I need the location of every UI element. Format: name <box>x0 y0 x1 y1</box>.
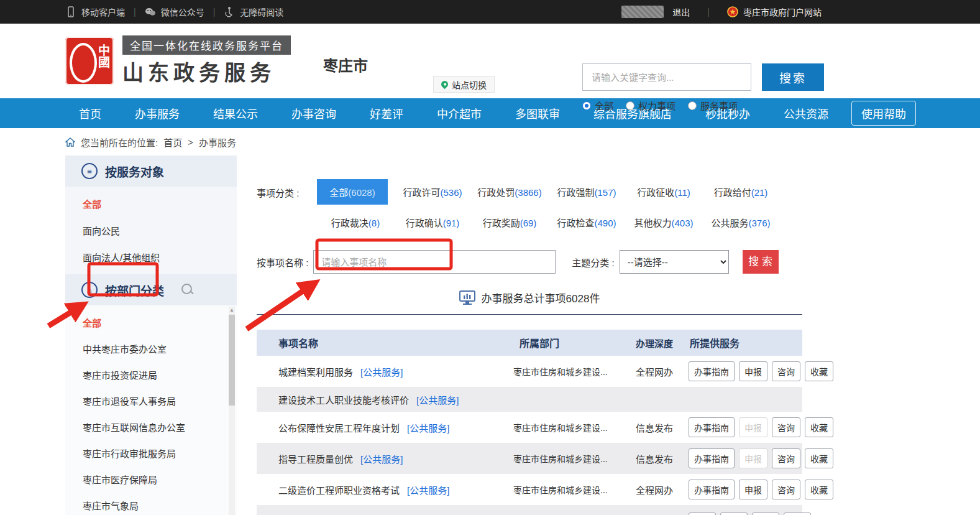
service-tag-link[interactable]: [公共服务] <box>360 365 403 378</box>
service-name[interactable]: 二级造价工程师职业资格考试 <box>278 483 400 496</box>
service-name[interactable]: 公布保障性安居工程年度计划 <box>278 421 400 434</box>
service-name[interactable]: 建设技术工人职业技能考核评价 <box>278 393 409 406</box>
object-item-legal-person[interactable]: 面向法人/其他组织 <box>65 244 237 271</box>
nav-services[interactable]: 办事服务 <box>118 105 196 121</box>
service-tag-link[interactable]: [公共服务] <box>360 452 403 465</box>
chip-count: (536) <box>440 187 462 198</box>
favorite-button[interactable]: 收藏 <box>805 417 833 437</box>
dept-item[interactable]: 枣庄市互联网信息办公室 <box>65 414 237 440</box>
category-chip[interactable]: 行政给付(21) <box>702 179 779 205</box>
service-depth: 信息发布 <box>626 421 682 434</box>
dept-item-all[interactable]: 全部 <box>65 309 237 335</box>
apply-button[interactable]: 申报 <box>739 480 767 499</box>
chip-count: (11) <box>674 187 690 198</box>
consult-button[interactable]: 咨询 <box>772 361 800 381</box>
chip-name: 行政强制 <box>557 187 594 198</box>
scrollbar-up-arrow[interactable]: ▲ <box>229 307 235 313</box>
nav-help-button[interactable]: 使用帮助 <box>851 101 916 126</box>
service-tag-link[interactable]: [公共服务] <box>407 483 449 496</box>
wechat-link[interactable]: 微信公众号 <box>145 6 204 18</box>
guide-button[interactable] <box>689 513 716 515</box>
category-chip[interactable]: 公共服务(376) <box>702 210 779 235</box>
category-chip[interactable]: 行政许可(536) <box>394 179 471 205</box>
dept-item[interactable]: 枣庄市退役军人事务局 <box>65 387 237 414</box>
favorite-button[interactable]: 收藏 <box>805 480 833 499</box>
dept-item[interactable]: 枣庄市行政审批服务局 <box>65 440 237 466</box>
apply-button[interactable]: 申报 <box>739 361 767 381</box>
item-name-input[interactable] <box>313 250 556 274</box>
nav-public-resources[interactable]: 公共资源 <box>767 105 845 121</box>
portal-link[interactable]: 枣庄市政府门户网站 <box>727 6 822 18</box>
guide-button[interactable]: 办事指南 <box>689 361 735 381</box>
service-depth: 信息发布 <box>626 452 682 465</box>
object-item-citizen[interactable]: 面向公民 <box>65 217 237 244</box>
dept-item[interactable]: 枣庄市气象局 <box>65 492 237 515</box>
main-panel: 事项分类 : 全部(6028) 行政许可(536) 行政处罚(3866) 行政强… <box>257 155 802 515</box>
category-chip[interactable]: 行政确认(91) <box>394 210 471 235</box>
item-search-button[interactable]: 搜 索 <box>743 250 779 274</box>
category-chip[interactable]: 行政强制(157) <box>548 179 625 205</box>
list-icon: ≡ <box>81 163 98 179</box>
service-object-header[interactable]: ≡ 按服务对象 <box>65 155 237 187</box>
chip-count: (157) <box>594 187 616 198</box>
col-header-dept: 所属部门 <box>508 335 626 350</box>
category-chip[interactable]: 行政处罚(3866) <box>471 179 548 205</box>
favorite-button[interactable]: 收藏 <box>805 448 833 468</box>
service-tag-link[interactable]: [公共服务] <box>416 393 459 406</box>
col-header-services: 所提供服务 <box>682 335 802 350</box>
radio-service-items[interactable]: 服务事项 <box>688 99 738 112</box>
search-icon[interactable] <box>181 284 194 296</box>
service-dept: 枣庄市住房和城乡建设... <box>508 421 626 434</box>
header-search-button[interactable]: 搜索 <box>762 63 824 91</box>
service-tag-link[interactable]: [公共服务] <box>407 421 449 434</box>
nav-home[interactable]: 首页 <box>62 105 118 121</box>
favorite-button[interactable] <box>784 513 811 515</box>
guide-button[interactable]: 办事指南 <box>689 480 735 499</box>
service-name[interactable]: 指导工程质量创优 <box>278 452 353 465</box>
radio-power-items[interactable]: 权力事项 <box>626 99 675 112</box>
mobile-app-link[interactable]: 移动客户端 <box>65 6 125 18</box>
category-chip[interactable]: 行政检查(490) <box>548 210 625 235</box>
dept-item[interactable]: 中共枣庄市委办公室 <box>65 335 237 361</box>
category-chip[interactable]: 行政裁决(8) <box>317 210 394 235</box>
apply-button[interactable] <box>720 513 748 515</box>
object-item-all[interactable]: 全部 <box>65 190 237 217</box>
dept-item[interactable]: 枣庄市投资促进局 <box>65 361 237 387</box>
consult-button[interactable]: 咨询 <box>772 417 800 437</box>
logout-link[interactable]: 退出 <box>672 6 690 18</box>
header-search-input[interactable] <box>582 63 751 91</box>
category-chip[interactable]: 行政奖励(69) <box>471 210 548 235</box>
breadcrumb-home[interactable]: 首页 <box>163 136 182 149</box>
department-header[interactable]: ⌂ 按部门分类 <box>65 274 237 305</box>
services-table: 事项名称 所属部门 办理深度 所提供服务 城建档案利用服务 [公共服务] 枣庄市… <box>257 330 802 515</box>
consult-button[interactable] <box>752 513 779 515</box>
accessibility-link[interactable]: 无障碍阅读 <box>224 6 283 18</box>
service-object-list: 全部 面向公民 面向法人/其他组织 <box>65 187 237 274</box>
nav-rating[interactable]: 好差评 <box>353 105 420 121</box>
chip-count: (69) <box>520 218 537 228</box>
chip-name: 行政给付 <box>714 187 751 198</box>
chip-name: 全部 <box>329 187 348 198</box>
category-row-1: 全部(6028) 行政许可(536) 行政处罚(3866) 行政强制(157) … <box>317 179 779 205</box>
radio-all[interactable]: 全部 <box>582 99 613 112</box>
dept-item[interactable]: 枣庄市医疗保障局 <box>65 466 237 492</box>
category-chip[interactable]: 其他权力(403) <box>625 210 702 235</box>
category-chip-all[interactable]: 全部(6028) <box>317 179 388 205</box>
mobile-phone-icon <box>65 6 76 17</box>
topic-select[interactable]: --请选择-- <box>620 250 729 274</box>
category-chip[interactable]: 行政征收(11) <box>625 179 702 205</box>
building-icon: ⌂ <box>81 282 98 298</box>
guide-button[interactable]: 办事指南 <box>689 417 735 437</box>
guide-button[interactable]: 办事指南 <box>689 448 735 468</box>
favorite-button[interactable]: 收藏 <box>805 361 833 381</box>
consult-button[interactable]: 咨询 <box>772 448 800 468</box>
stats-total-text: 办事服务总计事项6028件 <box>482 290 600 305</box>
nav-intermediary[interactable]: 中介超市 <box>420 105 498 121</box>
nav-multi-review[interactable]: 多图联审 <box>498 105 577 121</box>
site-switch-button[interactable]: 站点切换 <box>433 76 495 93</box>
scrollbar-thumb[interactable] <box>229 315 235 406</box>
nav-results[interactable]: 结果公示 <box>196 105 275 121</box>
service-name[interactable]: 城建档案利用服务 <box>278 365 353 378</box>
consult-button[interactable]: 咨询 <box>772 480 800 499</box>
nav-consult[interactable]: 办事咨询 <box>275 105 353 121</box>
